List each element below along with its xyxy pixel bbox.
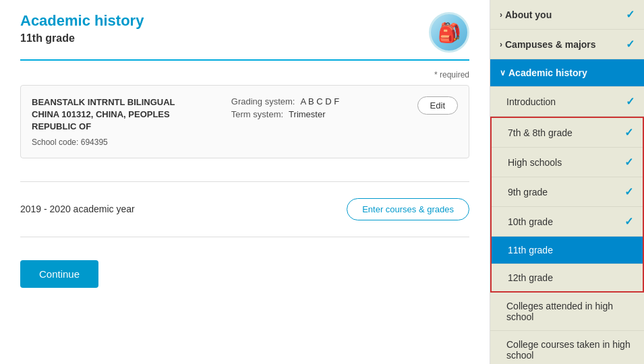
main-content: Academic history 11th grade 🎒 * required… [0,0,490,364]
check-icon: ✓ [624,215,633,228]
term-label: Term system: [231,109,283,119]
sidebar: › About you ✓ › Campuses & majors ✓ ∨ Ac… [490,0,644,364]
avatar-icon: 🎒 [438,22,461,44]
sidebar-item-label: 12th grade [508,272,633,283]
grading-value: A B C D F [300,96,339,107]
sidebar-item-label: 9th grade [508,187,624,198]
enter-courses-button[interactable]: Enter courses & grades [347,198,469,220]
sidebar-item-10th-grade[interactable]: 10th grade ✓ [492,207,643,237]
sidebar-item-9th-grade[interactable]: 9th grade ✓ [492,177,643,207]
academic-year-label: 2019 - 2020 academic year [20,204,135,214]
sidebar-item-label: 10th grade [508,216,624,227]
sidebar-item-12th-grade[interactable]: 12th grade [492,264,643,291]
page-subtitle: 11th grade [20,32,144,44]
avatar: 🎒 [429,12,469,53]
divider [20,181,469,182]
sidebar-item-11th-grade[interactable]: 11th grade [492,237,643,264]
check-icon: ✓ [626,8,635,21]
grading-info: Grading system: A B C D F Term system: T… [218,96,417,122]
sidebar-item-label: Colleges attended in high school [506,301,635,322]
sidebar-item-about-you[interactable]: › About you ✓ [490,0,644,30]
red-border-group: 7th & 8th grade ✓ High schools ✓ 9th gra… [490,117,644,293]
edit-button[interactable]: Edit [417,96,458,115]
arrow-icon: › [500,40,502,49]
school-code-label: School code: [32,138,78,147]
school-code: School code: 694395 [32,138,218,147]
sidebar-item-label: Academic history [508,67,635,78]
grading-label: Grading system: [231,96,295,107]
sidebar-item-campuses[interactable]: › Campuses & majors ✓ [490,30,644,59]
school-card-row: BEANSTALK INTRNTL BILINGUALCHINA 101312,… [32,96,458,147]
school-card: BEANSTALK INTRNTL BILINGUALCHINA 101312,… [20,85,469,158]
divider-2 [20,237,469,237]
academic-year-row: 2019 - 2020 academic year Enter courses … [20,191,469,227]
check-icon: ✓ [624,156,633,169]
continue-button[interactable]: Continue [20,260,98,288]
term-row: Term system: Trimester [231,109,417,119]
sidebar-item-label: Introduction [506,96,626,107]
sidebar-item-7th-8th[interactable]: 7th & 8th grade ✓ [492,118,643,148]
arrow-icon: ∨ [500,68,506,78]
check-icon: ✓ [624,126,633,139]
sidebar-item-academic-history[interactable]: ∨ Academic history [490,59,644,87]
sidebar-item-label: 11th grade [508,245,633,255]
sidebar-item-introduction[interactable]: Introduction ✓ [490,87,644,117]
sidebar-item-label: 7th & 8th grade [508,127,624,138]
header-bar: Academic history 11th grade 🎒 [20,0,469,61]
sidebar-item-label: College courses taken in high school [506,339,635,361]
check-icon: ✓ [626,95,635,108]
sidebar-item-colleges-hs[interactable]: Colleges attended in high school [490,293,644,331]
sidebar-item-label: High schools [508,157,624,168]
header-left: Academic history 11th grade [20,12,144,44]
school-info: BEANSTALK INTRNTL BILINGUALCHINA 101312,… [32,96,218,147]
grading-row: Grading system: A B C D F [231,96,417,107]
sidebar-item-label: About you [505,9,626,20]
required-note: * required [20,70,469,80]
term-value: Trimester [289,109,325,119]
sidebar-item-label: Campuses & majors [505,39,626,50]
school-name: BEANSTALK INTRNTL BILINGUALCHINA 101312,… [32,96,218,133]
arrow-icon: › [500,10,502,20]
page-title: Academic history [20,12,144,30]
check-icon: ✓ [626,38,635,51]
school-code-value: 694395 [81,138,108,147]
check-icon: ✓ [624,185,633,198]
sidebar-item-college-courses-hs[interactable]: College courses taken in high school [490,331,644,364]
sidebar-item-high-schools[interactable]: High schools ✓ [492,148,643,177]
